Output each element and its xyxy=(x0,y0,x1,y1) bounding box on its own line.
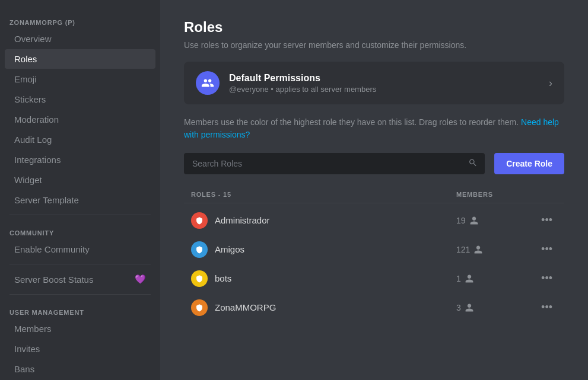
page-title: Roles xyxy=(184,19,564,36)
sidebar-item-moderation[interactable]: Moderation xyxy=(5,110,155,129)
table-row[interactable]: Amigos 121 ••• xyxy=(184,235,564,264)
sidebar-item-label: Audit Log xyxy=(14,135,52,145)
page-subtitle: Use roles to organize your server member… xyxy=(184,40,564,50)
boost-icon: 💜 xyxy=(135,274,146,285)
member-count: 1 xyxy=(456,274,461,283)
permissions-name: Default Permissions xyxy=(229,73,549,84)
sidebar-item-stickers[interactable]: Stickers xyxy=(5,90,155,109)
sidebar-item-label: Integrations xyxy=(14,155,61,165)
sidebar: ZONAMMORPG (P) Overview Roles Emoji Stic… xyxy=(0,0,160,380)
sidebar-item-bans[interactable]: Bans xyxy=(5,359,155,379)
sidebar-item-enable-community[interactable]: Enable Community xyxy=(5,240,155,259)
role-actions: ••• xyxy=(527,270,557,287)
sidebar-item-server-template[interactable]: Server Template xyxy=(5,190,155,210)
member-count: 3 xyxy=(456,303,461,312)
role-name: ZonaMMORPG xyxy=(215,302,456,312)
table-row[interactable]: ZonaMMORPG 3 ••• xyxy=(184,293,564,322)
role-members: 19 xyxy=(456,216,527,225)
sidebar-item-members[interactable]: Members xyxy=(5,319,155,339)
chevron-right-icon: › xyxy=(549,77,552,90)
person-icon xyxy=(465,303,474,312)
sidebar-divider-3 xyxy=(9,294,151,295)
role-actions: ••• xyxy=(527,299,557,316)
sidebar-item-overview[interactable]: Overview xyxy=(5,29,155,49)
roles-count-label: ROLES - 15 xyxy=(191,191,456,198)
person-icon xyxy=(473,245,483,254)
sidebar-item-label: Invites xyxy=(14,344,40,354)
sidebar-item-audit-log[interactable]: Audit Log xyxy=(5,130,155,149)
role-actions: ••• xyxy=(527,241,557,258)
sidebar-item-roles[interactable]: Roles xyxy=(5,49,155,69)
sidebar-item-label: Members xyxy=(14,324,52,334)
search-input[interactable] xyxy=(184,153,485,174)
sidebar-community-header: COMMUNITY xyxy=(0,220,160,239)
role-actions: ••• xyxy=(527,212,557,229)
sidebar-item-label: Bans xyxy=(14,364,34,374)
role-name: bots xyxy=(215,273,456,283)
roles-table-header: ROLES - 15 MEMBERS xyxy=(184,186,564,203)
sidebar-item-integrations[interactable]: Integrations xyxy=(5,150,155,170)
more-options-button[interactable]: ••• xyxy=(536,270,557,287)
more-options-button[interactable]: ••• xyxy=(536,212,557,229)
member-count: 121 xyxy=(456,245,470,254)
sidebar-item-label: Enable Community xyxy=(14,244,90,254)
everyone-avatar xyxy=(196,71,220,95)
role-icon-zonammorpg xyxy=(191,299,208,316)
members-column-header: MEMBERS xyxy=(456,191,527,198)
member-count: 19 xyxy=(456,216,466,225)
sidebar-item-label: Server Boost Status xyxy=(14,274,93,285)
search-row: Create Role xyxy=(184,153,564,174)
person-icon xyxy=(469,216,479,225)
sidebar-item-label: Stickers xyxy=(14,94,46,104)
more-options-button[interactable]: ••• xyxy=(536,241,557,258)
sidebar-item-label: Roles xyxy=(14,54,37,64)
sidebar-item-label: Moderation xyxy=(14,114,59,124)
sidebar-item-widget[interactable]: Widget xyxy=(5,170,155,190)
create-role-button[interactable]: Create Role xyxy=(494,153,564,174)
permissions-description: @everyone • applies to all server member… xyxy=(229,85,549,94)
sidebar-item-label: Server Template xyxy=(14,195,79,205)
sidebar-section-header: ZONAMMORPG (P) xyxy=(0,9,160,28)
sidebar-item-label: Widget xyxy=(14,175,42,185)
role-icon-bots xyxy=(191,270,208,287)
sidebar-item-server-boost[interactable]: Server Boost Status 💜 xyxy=(5,269,155,289)
sidebar-item-invites[interactable]: Invites xyxy=(5,339,155,359)
sidebar-divider-2 xyxy=(9,264,151,264)
sidebar-divider-1 xyxy=(9,215,151,215)
search-input-wrapper xyxy=(184,153,485,174)
role-members: 3 xyxy=(456,303,527,312)
main-content: Roles Use roles to organize your server … xyxy=(160,0,588,380)
sidebar-user-management-header: USER MANAGEMENT xyxy=(0,299,160,318)
role-members: 121 xyxy=(456,245,527,254)
default-permissions-card[interactable]: Default Permissions @everyone • applies … xyxy=(184,62,564,104)
person-group-icon xyxy=(201,76,214,90)
role-icon-administrador xyxy=(191,212,208,229)
role-members: 1 xyxy=(456,274,527,283)
role-name: Administrador xyxy=(215,215,456,225)
role-icon-amigos xyxy=(191,241,208,258)
role-name: Amigos xyxy=(215,244,456,254)
table-row[interactable]: Administrador 19 ••• xyxy=(184,206,564,235)
more-options-button[interactable]: ••• xyxy=(536,299,557,316)
sidebar-item-emoji[interactable]: Emoji xyxy=(5,69,155,89)
permissions-info: Default Permissions @everyone • applies … xyxy=(229,73,549,94)
table-row[interactable]: bots 1 ••• xyxy=(184,264,564,293)
help-text: Members use the color of the highest rol… xyxy=(184,116,564,141)
sidebar-item-label: Overview xyxy=(14,34,52,44)
sidebar-item-label: Emoji xyxy=(14,74,37,84)
person-icon xyxy=(465,274,474,283)
